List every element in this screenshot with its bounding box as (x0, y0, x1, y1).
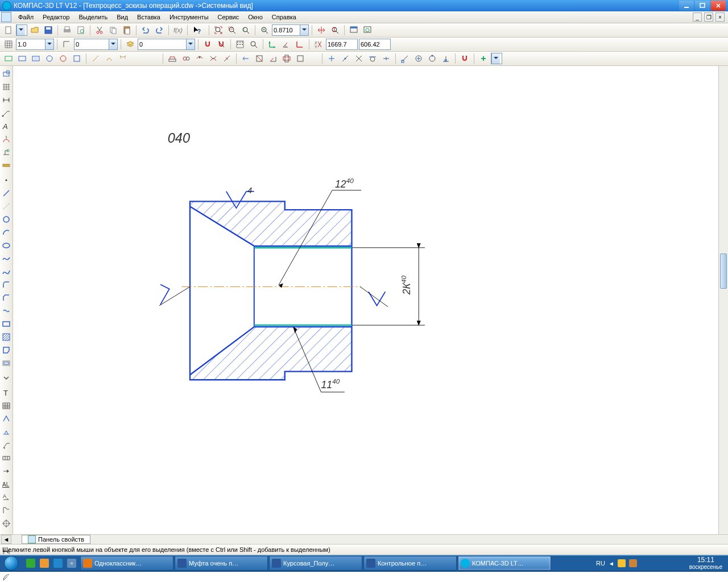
text-t-tool[interactable]: T (1, 387, 12, 398)
al-text-tool[interactable]: AL (1, 479, 12, 490)
cp-d[interactable] (43, 52, 56, 65)
cp-b[interactable] (16, 52, 28, 65)
menu-help[interactable]: Справка (267, 13, 301, 22)
arrow-tool[interactable] (1, 465, 12, 477)
panel-properties-tab[interactable]: Панель свойств (22, 535, 90, 544)
new-dropdown[interactable] (16, 24, 27, 36)
snap-perp[interactable] (440, 52, 452, 65)
find-button[interactable] (247, 38, 260, 51)
clock[interactable]: 15:11 воскресенье (684, 556, 728, 570)
task-1[interactable]: Одноклассник… (80, 556, 173, 571)
help-cursor-button[interactable]: ? (191, 24, 203, 36)
angle-value[interactable]: 0 (75, 41, 109, 48)
cp-h[interactable] (103, 52, 115, 65)
bezier-tool[interactable] (1, 266, 12, 277)
new-button[interactable] (2, 24, 15, 36)
snap-point[interactable] (325, 52, 338, 65)
tray-icon-2[interactable] (629, 559, 637, 567)
aux-line-tool[interactable] (1, 201, 12, 212)
fillet-tool[interactable] (1, 279, 12, 290)
edit-h[interactable] (267, 52, 279, 65)
snap-enable[interactable] (201, 38, 214, 51)
grid2-button[interactable] (234, 38, 246, 51)
task-2[interactable]: Муфта очень п… (175, 556, 268, 571)
paste-button[interactable] (121, 24, 133, 36)
snap-center[interactable] (412, 52, 425, 65)
geom-panel[interactable] (1, 68, 12, 80)
zoom-value[interactable]: 0.8710 (272, 27, 300, 34)
curve-tool[interactable] (1, 305, 12, 317)
angle-dir-button[interactable] (280, 38, 292, 51)
maximize-button[interactable] (695, 1, 710, 11)
mdi-close[interactable]: × (715, 13, 725, 22)
layer-combo[interactable]: 0 (138, 39, 195, 50)
lcs-button[interactable] (266, 38, 279, 51)
task-5[interactable]: КОМПАС-3D LT… (458, 556, 551, 571)
equidist-tool[interactable] (1, 357, 12, 369)
layer-button[interactable] (124, 38, 136, 51)
text-panel[interactable]: A (1, 120, 12, 132)
ql-icon-2[interactable] (40, 559, 49, 568)
snap-quad[interactable] (426, 52, 439, 65)
mdi-minimize[interactable]: _ (693, 13, 702, 22)
zoom-combo[interactable]: 0.8710 (272, 24, 309, 36)
base-tool[interactable] (1, 426, 12, 438)
edit-g[interactable] (253, 52, 266, 65)
preview-button[interactable] (75, 24, 87, 36)
hatch-tool[interactable] (1, 331, 12, 343)
snap-tangent[interactable] (366, 52, 379, 65)
tab-scroll-left[interactable]: ◄ (1, 535, 11, 544)
refresh-button[interactable] (361, 24, 374, 36)
ql-expand[interactable]: » (67, 559, 76, 568)
edit-f[interactable] (239, 52, 252, 65)
step-value[interactable]: 1.0 (16, 41, 45, 48)
circle-tool[interactable] (1, 214, 12, 225)
save-button[interactable] (42, 24, 55, 36)
cp-c[interactable] (30, 52, 42, 65)
coord-y[interactable]: 606.42 (359, 39, 391, 50)
cp-a[interactable] (2, 52, 15, 65)
grid-panel[interactable] (1, 81, 12, 93)
ql-icon-3[interactable] (53, 559, 63, 568)
task-3[interactable]: Курсовая_Полу… (269, 556, 362, 571)
menu-file[interactable]: Файл (14, 13, 38, 22)
snap-plus[interactable] (477, 52, 490, 65)
menu-tools[interactable]: Инструменты (165, 13, 213, 22)
coord-x[interactable]: 1669.7 (326, 39, 358, 50)
snap-magnet[interactable] (458, 52, 471, 65)
edit-panel[interactable] (1, 134, 12, 145)
copy-button[interactable] (107, 24, 119, 36)
start-button[interactable] (0, 555, 23, 572)
menu-editor[interactable]: Редактор (38, 13, 74, 22)
cut-button[interactable] (93, 24, 106, 36)
expand-panel[interactable] (1, 372, 12, 384)
section-tool[interactable] (1, 505, 12, 516)
menu-select[interactable]: Выделить (74, 13, 112, 22)
undo-button[interactable] (139, 24, 152, 36)
ellipse-tool[interactable] (1, 240, 12, 251)
tray-arrow[interactable]: ◄ (609, 560, 614, 567)
param-panel[interactable] (1, 147, 12, 158)
edit-a[interactable] (166, 52, 179, 65)
mdi-restore[interactable]: ❐ (704, 13, 713, 22)
redraw-button[interactable] (348, 24, 360, 36)
chamfer-tool[interactable] (1, 292, 12, 304)
table-tool[interactable] (1, 400, 12, 411)
tray-icon-1[interactable] (618, 559, 626, 567)
dim-panel[interactable] (1, 94, 12, 106)
snap-end[interactable] (399, 52, 411, 65)
arc-tool[interactable] (1, 227, 12, 238)
zoomfit-button[interactable] (212, 24, 225, 36)
menu-insert[interactable]: Вставка (133, 13, 165, 22)
rough-tool[interactable] (1, 413, 12, 425)
drawing-canvas[interactable]: 040 (13, 66, 718, 534)
cp-i[interactable] (117, 52, 129, 65)
zoomrect-button[interactable] (226, 24, 238, 36)
edit-d[interactable] (207, 52, 220, 65)
edit-e[interactable] (221, 52, 233, 65)
zoomin-button[interactable] (258, 24, 271, 36)
step-combo[interactable]: 1.0 (16, 39, 54, 50)
close-button[interactable] (711, 1, 726, 11)
redo-button[interactable] (153, 24, 166, 36)
vertical-scrollbar[interactable] (718, 66, 728, 534)
